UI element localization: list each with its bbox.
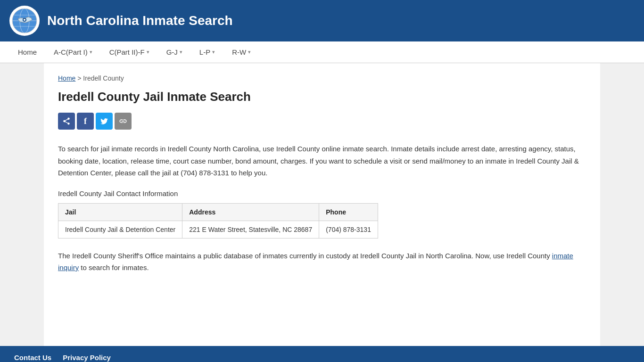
nav-r-w[interactable]: R-W ▾ xyxy=(223,41,259,63)
site-logo xyxy=(9,6,40,36)
table-header-address: Address xyxy=(182,203,319,221)
breadcrumb: Home > Iredell County xyxy=(58,74,586,82)
svg-point-6 xyxy=(24,19,25,21)
intro-text: To search for jail inmate records in Ire… xyxy=(58,143,586,179)
site-title: North Carolina Inmate Search xyxy=(47,13,233,28)
social-share-bar: f xyxy=(58,113,586,130)
main-content: Home > Iredell County Iredell County Jai… xyxy=(44,63,600,346)
bottom-text-after: to search for inmates. xyxy=(79,263,149,272)
chevron-down-icon: ▾ xyxy=(212,49,215,55)
nav-home[interactable]: Home xyxy=(9,41,45,63)
globe-icon xyxy=(11,8,38,34)
bottom-text-before: The Iredell County Sheriff's Office main… xyxy=(58,252,552,260)
facebook-icon: f xyxy=(84,116,87,126)
footer-privacy-policy[interactable]: Privacy Policy xyxy=(63,354,111,362)
breadcrumb-separator: > xyxy=(77,74,83,82)
chevron-down-icon: ▾ xyxy=(180,49,182,55)
bottom-paragraph: The Iredell County Sheriff's Office main… xyxy=(58,250,586,274)
contact-info-heading: Iredell County Jail Contact Information xyxy=(58,189,586,197)
nav-a-c-part1[interactable]: A-C(Part I) ▾ xyxy=(45,41,101,63)
link-icon xyxy=(119,117,127,125)
facebook-button[interactable]: f xyxy=(77,113,94,130)
site-footer: Contact Us Privacy Policy xyxy=(0,346,644,362)
table-header-jail: Jail xyxy=(58,203,182,221)
footer-contact-us[interactable]: Contact Us xyxy=(14,354,51,362)
twitter-icon xyxy=(100,117,108,125)
breadcrumb-current: Iredell County xyxy=(83,74,124,82)
chevron-down-icon: ▾ xyxy=(147,49,149,55)
share-button[interactable] xyxy=(58,113,75,130)
table-header-phone: Phone xyxy=(319,203,378,221)
copy-link-button[interactable] xyxy=(115,113,132,130)
main-nav: Home A-C(Part I) ▾ C(Part II)-F ▾ G-J ▾ … xyxy=(0,41,644,63)
nav-g-j[interactable]: G-J ▾ xyxy=(158,41,191,63)
chevron-down-icon: ▾ xyxy=(248,49,251,55)
table-row: Iredell County Jail & Detention Center 2… xyxy=(58,221,378,238)
nav-l-p[interactable]: L-P ▾ xyxy=(191,41,223,63)
twitter-button[interactable] xyxy=(96,113,113,130)
table-cell-jail-name: Iredell County Jail & Detention Center xyxy=(58,221,182,238)
nav-c-part2-f[interactable]: C(Part II)-F ▾ xyxy=(101,41,158,63)
share-icon xyxy=(62,117,71,125)
chevron-down-icon: ▾ xyxy=(90,49,92,55)
breadcrumb-home[interactable]: Home xyxy=(58,74,75,82)
page-title: Iredell County Jail Inmate Search xyxy=(58,90,586,104)
table-header-row: Jail Address Phone xyxy=(58,203,378,221)
table-cell-phone: (704) 878-3131 xyxy=(319,221,378,238)
table-cell-address: 221 E Water Street, Statesville, NC 2868… xyxy=(182,221,319,238)
site-header: North Carolina Inmate Search xyxy=(0,0,644,41)
jail-info-table: Jail Address Phone Iredell County Jail &… xyxy=(58,203,378,239)
